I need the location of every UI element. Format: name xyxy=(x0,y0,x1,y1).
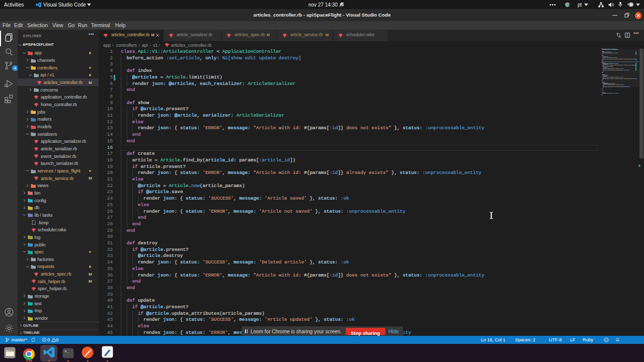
svg-text:>_: >_ xyxy=(64,349,69,353)
